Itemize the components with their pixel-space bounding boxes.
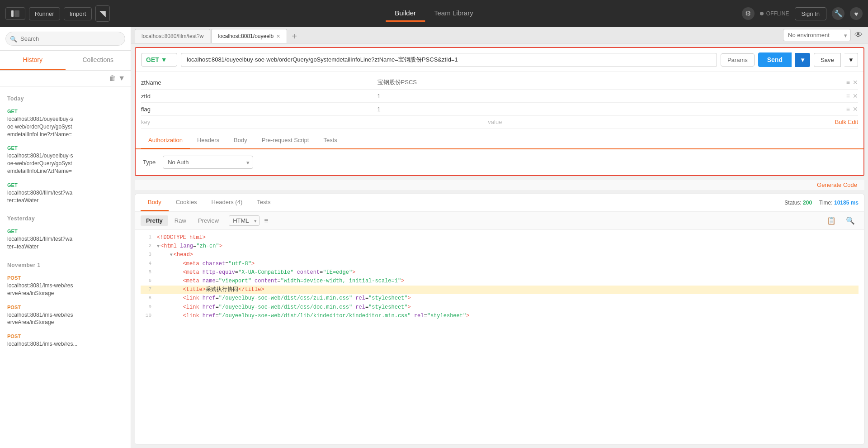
line-content: <meta http-equiv="X-UA-Compatible" conte… (157, 268, 355, 277)
request-panel: GET ▼ Params Send ▼ Save ▼ ztName 宝钢股份PS… (135, 47, 864, 176)
list-item[interactable]: POST localhost:8081/ims-web/res... (0, 329, 131, 351)
list-item[interactable]: POST localhost:8081/ims-web/reserveArea/… (0, 300, 131, 330)
heart-icon[interactable]: ♥ (850, 7, 863, 20)
auth-tab-authorization[interactable]: Authorization (141, 132, 190, 149)
import-label: Import (70, 10, 86, 17)
param-actions: ≡ ✕ (846, 105, 858, 113)
sidebar-icon (11, 10, 19, 17)
format-type-select[interactable]: HTML JSON XML (229, 215, 259, 226)
resp-tab-body[interactable]: Body (141, 194, 169, 211)
auth-type-select[interactable]: No Auth (163, 156, 253, 169)
copy-response-button[interactable]: 📋 (823, 214, 840, 227)
line-number: 6 (141, 277, 151, 286)
search-response-button[interactable]: 🔍 (842, 214, 859, 227)
search-input[interactable] (5, 32, 125, 46)
offline-status: OFFLINE (760, 10, 789, 17)
line-content: <!DOCTYPE html> (157, 234, 206, 242)
runner-button[interactable]: Runner (29, 7, 60, 20)
search-icon: 🔍 (10, 35, 17, 42)
method-dropdown[interactable]: GET ▼ (141, 53, 177, 67)
new-tab-button[interactable]: ◥ (95, 5, 110, 22)
auth-tab-headers[interactable]: Headers (190, 132, 226, 149)
code-line: 2 ▼<html lang="zh-cn"> (141, 242, 859, 251)
sign-in-button[interactable]: Sign In (795, 7, 826, 20)
trash-dropdown-icon: ▼ (118, 74, 125, 82)
generate-code-link[interactable]: Generate Code (817, 181, 857, 188)
code-line: 10 <link href="/ouyeelbuy-soe-web/dist/l… (141, 312, 859, 320)
param-delete-icon[interactable]: ✕ (853, 105, 858, 113)
param-key-placeholder: key (141, 119, 484, 125)
settings-icon[interactable]: ⚙ (742, 7, 755, 20)
method-badge: GET (7, 109, 18, 114)
list-item[interactable]: GET localhost:8081/ouyeelbuy-soe-web/ord… (0, 141, 131, 178)
list-item[interactable]: GET localhost:8081/film/test?water=teaWa… (0, 224, 131, 254)
params-button[interactable]: Params (721, 53, 755, 67)
method-badge: POST (7, 275, 21, 281)
environment-select[interactable]: No environment (783, 29, 851, 41)
tab-collections[interactable]: Collections (66, 51, 131, 70)
resp-tab-cookies[interactable]: Cookies (169, 194, 204, 211)
send-dropdown-button[interactable]: ▼ (795, 53, 810, 67)
sidebar-content: Today GET localhost:8081/ouyeelbuy-soe-w… (0, 86, 131, 448)
param-key: ztName (141, 79, 374, 86)
auth-tab-tests[interactable]: Tests (316, 132, 344, 149)
code-line: 5 <meta http-equiv="X-UA-Compatible" con… (141, 268, 859, 277)
save-button[interactable]: Save (814, 53, 841, 67)
list-item[interactable]: GET localhost:8080/film/test?water=teaWa… (0, 178, 131, 208)
line-content: ▼<head> (157, 251, 193, 259)
word-wrap-button[interactable]: ≡ (260, 215, 272, 227)
param-key: flag (141, 106, 374, 113)
nav-center: Builder Team Library (386, 5, 482, 22)
env-area: No environment 👁 (778, 27, 868, 43)
resp-tab-headers[interactable]: Headers (4) (204, 194, 250, 211)
save-dropdown-button[interactable]: ▼ (844, 53, 858, 67)
param-delete-icon[interactable]: ✕ (853, 79, 858, 86)
collapse-arrow[interactable]: ▼ (170, 253, 173, 257)
request-tab-1[interactable]: localhost:8080/film/test?w (135, 29, 210, 43)
auth-content: Type No Auth (136, 149, 863, 175)
send-button[interactable]: Send (758, 52, 792, 67)
add-tab-button[interactable]: + (288, 30, 301, 43)
code-line: 1 <!DOCTYPE html> (141, 234, 859, 242)
format-raw-button[interactable]: Raw (169, 215, 192, 226)
eye-button[interactable]: 👁 (854, 30, 863, 40)
line-content: ▼<html lang="zh-cn"> (157, 242, 222, 251)
list-item[interactable]: GET localhost:8081/ouyeelbuy-soe-web/ord… (0, 105, 131, 141)
tab-history[interactable]: History (0, 51, 66, 70)
format-pretty-button[interactable]: Pretty (141, 215, 168, 226)
line-number: 5 (141, 268, 151, 277)
auth-select-wrap: No Auth (163, 156, 253, 169)
bulk-edit-link[interactable]: Bulk Edit (835, 119, 858, 125)
user-icon[interactable]: 🔧 (832, 7, 844, 20)
list-item[interactable]: POST localhost:8081/ims-web/reserveArea/… (0, 271, 131, 300)
param-delete-icon[interactable]: ✕ (853, 92, 858, 100)
resp-tab-tests[interactable]: Tests (250, 194, 278, 211)
line-content: <link href="/ouyeelbuy-soe-web/dist/lib/… (157, 312, 469, 320)
nav-right: ⚙ OFFLINE Sign In 🔧 ♥ (742, 7, 863, 20)
line-number: 7 (141, 286, 151, 294)
line-number: 10 (141, 312, 151, 320)
param-menu-icon[interactable]: ≡ (846, 92, 850, 100)
line-number: 2 (141, 242, 151, 251)
method-label: GET (146, 56, 159, 63)
sidebar-toggle-button[interactable] (5, 7, 25, 20)
param-menu-icon[interactable]: ≡ (846, 79, 850, 86)
sidebar-item-url: localhost:8081/ouyeelbuy-soe-web/orderQu… (7, 152, 123, 175)
param-menu-icon[interactable]: ≡ (846, 105, 850, 113)
format-preview-button[interactable]: Preview (193, 215, 224, 226)
team-library-tab[interactable]: Team Library (425, 5, 482, 22)
url-input[interactable] (181, 53, 717, 67)
auth-tab-body[interactable]: Body (226, 132, 255, 149)
section-today-label: Today (0, 91, 131, 105)
auth-tab-pre-request[interactable]: Pre-request Script (255, 132, 316, 149)
code-line: 4 <meta charset="utf-8"> (141, 260, 859, 268)
env-select-wrap: No environment (783, 29, 851, 41)
collapse-arrow[interactable]: ▼ (157, 244, 160, 249)
builder-tab[interactable]: Builder (386, 5, 425, 22)
delete-history-button[interactable]: 🗑 ▼ (109, 74, 125, 82)
format-bar: Pretty Raw Preview HTML JSON XML ≡ 📋 🔍 (135, 212, 864, 230)
request-tab-2[interactable]: localhost:8081/ouyeelb ✕ (211, 29, 287, 43)
close-tab-icon[interactable]: ✕ (276, 33, 280, 39)
import-button[interactable]: Import (64, 7, 92, 20)
sidebar-item-url: localhost:8081/ims-web/reserveArea/inSto… (7, 282, 123, 297)
